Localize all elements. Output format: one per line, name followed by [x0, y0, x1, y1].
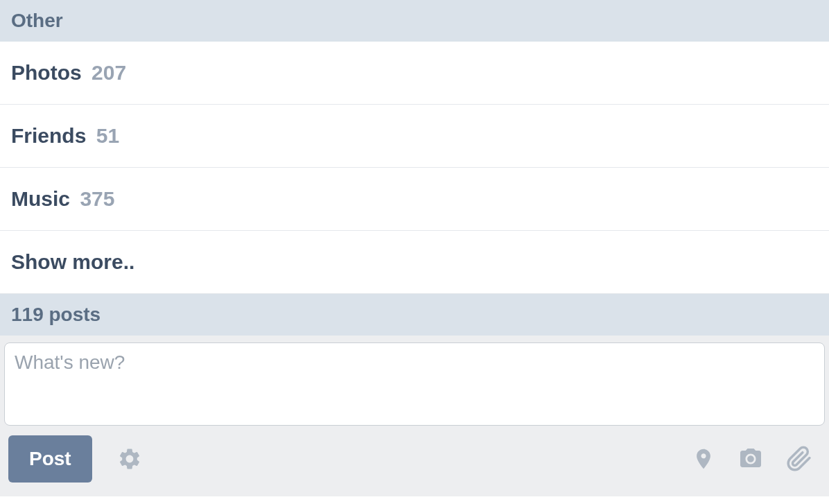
location-icon[interactable]	[692, 444, 715, 473]
menu-item-show-more[interactable]: Show more..	[0, 231, 829, 294]
menu-item-count: 207	[91, 61, 126, 84]
menu-item-photos[interactable]: Photos 207	[0, 42, 829, 105]
menu-item-label: Music	[11, 187, 70, 210]
gear-icon[interactable]	[117, 446, 142, 471]
posts-count-label: 119 posts	[11, 304, 101, 325]
section-header-other: Other	[0, 0, 829, 42]
menu-item-label: Friends	[11, 124, 86, 147]
posts-header: 119 posts	[0, 294, 829, 336]
menu-item-label: Show more..	[11, 250, 134, 273]
menu-item-count: 51	[96, 124, 119, 147]
compose-input[interactable]	[15, 351, 814, 414]
compose-textarea-wrapper	[4, 342, 825, 426]
menu-item-count: 375	[80, 187, 114, 210]
menu-item-music[interactable]: Music 375	[0, 168, 829, 231]
camera-icon[interactable]	[736, 446, 765, 471]
attachment-icon[interactable]	[786, 444, 812, 473]
post-button[interactable]: Post	[8, 435, 92, 483]
compose-right-icons	[692, 444, 812, 473]
post-button-label: Post	[29, 448, 71, 469]
compose-toolbar: Post	[4, 426, 825, 492]
section-header-label: Other	[11, 10, 63, 31]
menu-item-friends[interactable]: Friends 51	[0, 105, 829, 168]
menu-item-label: Photos	[11, 61, 82, 84]
compose-area: Post	[0, 336, 829, 496]
